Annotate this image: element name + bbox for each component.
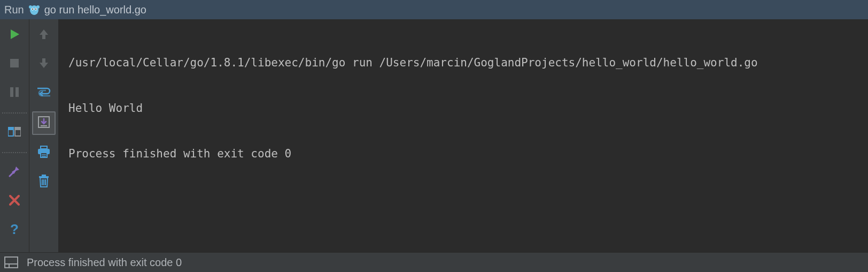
primary-toolbar: ? (0, 19, 29, 252)
soft-wrap-button[interactable] (33, 82, 55, 104)
svg-point-1 (29, 5, 32, 9)
rerun-button[interactable] (4, 25, 25, 46)
svg-point-6 (35, 9, 36, 10)
svg-rect-25 (42, 175, 46, 176)
svg-rect-7 (10, 59, 19, 67)
run-tool-window: Run go run hello_world.go (0, 0, 868, 272)
svg-point-5 (32, 9, 33, 10)
svg-rect-13 (15, 127, 21, 130)
clear-all-button[interactable] (33, 171, 55, 193)
console-line: /usr/local/Cellar/go/1.8.1/libexec/bin/g… (68, 55, 858, 70)
layout-icon (8, 126, 21, 139)
close-button[interactable] (4, 191, 25, 212)
main-area: ? (0, 19, 868, 252)
close-icon (9, 195, 20, 208)
layout-button[interactable] (4, 122, 25, 143)
soft-wrap-icon (36, 86, 51, 100)
svg-rect-11 (8, 127, 13, 130)
help-icon: ? (10, 222, 19, 238)
stop-button[interactable] (4, 54, 25, 75)
svg-rect-9 (15, 87, 19, 97)
svg-rect-8 (10, 87, 13, 97)
run-icon (9, 28, 20, 42)
pause-button[interactable] (4, 82, 25, 104)
run-config-label: go run hello_world.go (44, 4, 146, 16)
arrow-up-icon (38, 28, 49, 42)
console-line: Process finished with exit code 0 (68, 146, 858, 161)
pin-icon (9, 165, 20, 179)
console-toolbar (29, 19, 59, 252)
svg-text:?: ? (10, 222, 19, 236)
layout-icon[interactable] (4, 256, 18, 268)
toolbar-divider (2, 152, 27, 153)
run-panel-header: Run go run hello_world.go (0, 0, 868, 19)
svg-rect-20 (41, 146, 47, 149)
status-bar: Process finished with exit code 0 (0, 252, 868, 272)
svg-line-14 (10, 173, 13, 176)
gopher-icon (28, 3, 40, 16)
previous-output-button[interactable] (33, 25, 55, 46)
status-message: Process finished with exit code 0 (27, 256, 182, 269)
svg-rect-30 (5, 257, 18, 268)
clear-all-icon (37, 174, 50, 190)
pin-button[interactable] (4, 162, 25, 183)
next-output-button[interactable] (33, 54, 55, 75)
pause-icon (10, 87, 19, 100)
console-line: Hello World (68, 101, 858, 116)
scroll-to-end-icon (37, 116, 50, 131)
print-icon (37, 146, 51, 161)
scroll-to-end-button[interactable] (32, 111, 56, 135)
print-button[interactable] (33, 142, 55, 164)
svg-point-2 (36, 5, 40, 9)
arrow-down-icon (38, 57, 49, 71)
stop-icon (10, 58, 19, 70)
panel-title: Run (4, 4, 24, 16)
console-output[interactable]: /usr/local/Cellar/go/1.8.1/libexec/bin/g… (59, 19, 868, 252)
toolbar-divider (2, 112, 27, 114)
help-button[interactable]: ? (4, 220, 25, 241)
